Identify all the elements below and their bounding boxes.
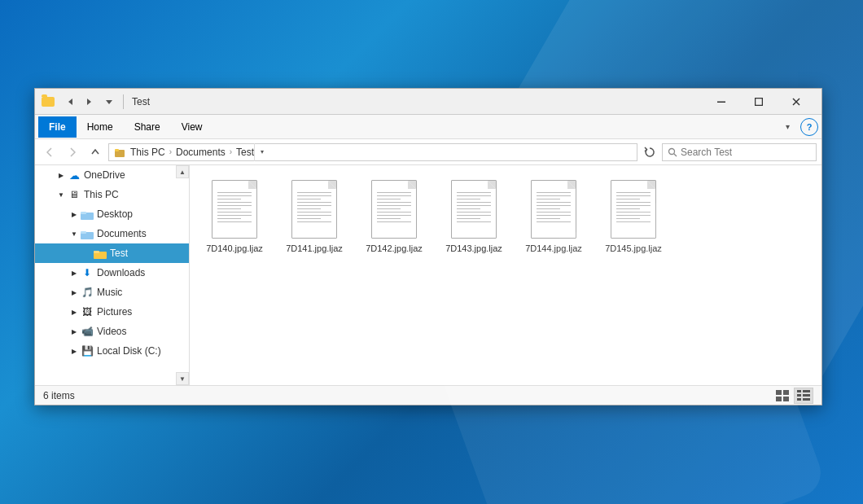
sidebar-item-documents[interactable]: ▼ Documents xyxy=(35,224,189,243)
menu-help-icon[interactable]: ? xyxy=(800,118,818,136)
expand-arrow-videos: ▶ xyxy=(68,325,81,338)
menu-tab-share[interactable]: Share xyxy=(124,116,171,138)
file-line xyxy=(537,218,560,219)
svg-rect-17 xyxy=(776,390,782,395)
menu-tab-file[interactable]: File xyxy=(38,116,77,138)
search-box[interactable] xyxy=(662,143,817,161)
file-lines xyxy=(616,192,651,225)
nav-back-button[interactable] xyxy=(40,142,59,162)
sidebar-item-pictures[interactable]: ▶ 🖼 Pictures xyxy=(35,302,189,322)
svg-rect-18 xyxy=(783,390,789,395)
window-title: Test xyxy=(132,96,703,107)
items-count: 6 items xyxy=(43,390,75,401)
address-dropdown-icon[interactable]: ▾ xyxy=(254,143,269,161)
expand-arrow-desktop: ▶ xyxy=(68,208,81,221)
file-line xyxy=(377,212,411,213)
nav-forward-button[interactable] xyxy=(63,142,82,162)
title-divider xyxy=(123,94,124,109)
svg-marker-2 xyxy=(106,100,112,104)
file-line xyxy=(616,208,640,209)
file-page-corner xyxy=(647,181,655,189)
file-line xyxy=(217,208,241,209)
file-line xyxy=(377,221,411,222)
svg-rect-20 xyxy=(783,397,789,401)
file-line xyxy=(537,212,571,213)
maximize-button[interactable] xyxy=(740,89,778,115)
file-page-corner xyxy=(248,181,256,189)
file-line xyxy=(217,202,252,203)
close-button[interactable] xyxy=(778,89,815,115)
file-item[interactable]: 7D145.jpg.ljaz xyxy=(597,173,670,257)
view-grid-button[interactable] xyxy=(773,388,792,404)
file-line xyxy=(217,215,252,216)
svg-line-10 xyxy=(674,153,677,156)
expand-arrow-this-pc: ▼ xyxy=(55,188,68,201)
quick-access-dropdown-btn[interactable] xyxy=(100,93,118,111)
file-item[interactable]: 7D142.jpg.ljaz xyxy=(357,173,431,257)
file-line xyxy=(616,195,651,196)
file-page-bg xyxy=(531,180,576,239)
refresh-button[interactable] xyxy=(641,143,659,161)
sidebar-item-onedrive[interactable]: ▶ ☁ OneDrive xyxy=(35,165,189,185)
file-name: 7D143.jpg.ljaz xyxy=(445,243,502,254)
search-input[interactable] xyxy=(681,147,811,158)
sidebar-item-music[interactable]: ▶ 🎵 Music xyxy=(35,283,189,302)
svg-rect-8 xyxy=(115,149,119,151)
svg-rect-16 xyxy=(94,251,99,253)
file-line xyxy=(457,215,491,216)
file-item[interactable]: 7D144.jpg.ljaz xyxy=(517,173,590,257)
sidebar-item-downloads[interactable]: ▶ ⬇ Downloads xyxy=(35,263,189,283)
sidebar: ▲ ▶ ☁ OneDrive ▼ 🖥 This PC ▶ Desktop xyxy=(35,165,190,385)
file-line xyxy=(297,199,321,199)
sidebar-item-desktop[interactable]: ▶ Desktop xyxy=(35,204,189,224)
file-line xyxy=(297,208,321,209)
sidebar-item-this-pc[interactable]: ▼ 🖥 This PC xyxy=(35,185,189,204)
search-icon xyxy=(668,147,677,157)
menu-tab-home[interactable]: Home xyxy=(77,116,124,138)
file-lines xyxy=(457,192,491,225)
file-item[interactable]: 7D141.jpg.ljaz xyxy=(278,173,351,257)
nav-up-button[interactable] xyxy=(85,142,105,162)
expand-arrow-pictures: ▶ xyxy=(68,305,81,318)
file-line xyxy=(537,215,571,216)
svg-rect-12 xyxy=(81,212,86,214)
quick-access-forward-btn[interactable] xyxy=(81,93,99,111)
file-line xyxy=(377,208,401,209)
file-line xyxy=(537,202,571,203)
local-disk-icon: 💾 xyxy=(81,344,94,357)
file-line xyxy=(616,221,651,222)
sidebar-item-local-disk[interactable]: ▶ 💾 Local Disk (C:) xyxy=(35,341,189,361)
downloads-icon: ⬇ xyxy=(81,266,94,279)
file-line xyxy=(457,199,480,199)
sidebar-scroll-up[interactable]: ▲ xyxy=(176,165,189,178)
file-name: 7D141.jpg.ljaz xyxy=(286,243,343,254)
file-lines xyxy=(297,192,331,225)
file-line xyxy=(297,215,331,216)
file-line xyxy=(377,215,411,216)
file-line xyxy=(616,218,640,219)
file-line xyxy=(457,205,491,206)
quick-access-back-btn[interactable] xyxy=(61,93,79,111)
file-icon xyxy=(607,177,659,242)
file-line xyxy=(457,221,491,222)
file-item[interactable]: 7D140.jpg.ljaz xyxy=(198,173,271,257)
file-item[interactable]: 7D143.jpg.ljaz xyxy=(437,173,510,257)
file-page-bg xyxy=(371,180,417,239)
minimize-button[interactable] xyxy=(703,89,740,115)
menu-tab-view[interactable]: View xyxy=(171,116,213,138)
expand-arrow-music: ▶ xyxy=(68,286,81,299)
view-list-button[interactable] xyxy=(794,388,813,404)
file-line xyxy=(377,192,411,193)
file-line xyxy=(297,202,331,203)
title-bar: Test xyxy=(35,89,821,115)
sidebar-scroll-down[interactable]: ▼ xyxy=(176,372,189,385)
file-line xyxy=(537,221,571,222)
svg-rect-3 xyxy=(717,101,725,103)
sidebar-item-videos[interactable]: ▶ 📹 Videos xyxy=(35,322,189,341)
file-line xyxy=(616,199,640,199)
breadcrumb: This PC › Documents › Test xyxy=(114,147,254,158)
address-path[interactable]: This PC › Documents › Test ▾ xyxy=(108,143,637,161)
sidebar-item-test[interactable]: Test xyxy=(35,243,189,263)
file-line xyxy=(217,205,252,206)
menu-expand-icon[interactable]: ▾ xyxy=(778,117,797,137)
